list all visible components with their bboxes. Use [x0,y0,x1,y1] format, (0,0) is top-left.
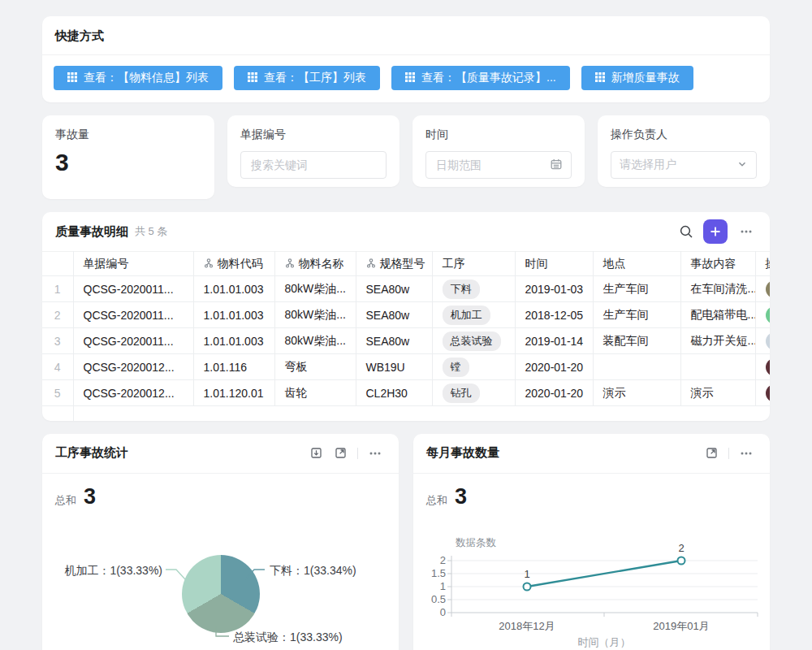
empty-cell [680,406,755,421]
cell-date: 2019-01-14 [515,328,593,354]
shortcut-add-accident-button[interactable]: 新增质量事故 [581,66,693,90]
table-row[interactable]: 2QCSG-2020011...1.01.01.00380kW柴油...SEA8… [42,302,770,328]
cell-avatar [755,354,770,380]
doc-no-filter-card: 单据编号 [227,115,400,187]
cell-content: 磁力开关短... [680,328,755,354]
cell-doc: QCSG-2020011... [73,302,193,328]
accident-count-value: 3 [55,150,201,175]
empty-cell [193,406,274,421]
cell-spec: WB19U [356,354,432,380]
cell-place: 生产车间 [593,302,680,328]
shortcut-view-material-list-button[interactable]: 查看：【物料信息】列表 [54,66,222,90]
pie-label-blanking: 下料：1(33.34%) [270,564,356,578]
table-body: 1QCSG-2020011...1.01.01.00380kW柴油...SEA8… [42,276,770,421]
header-process[interactable]: 工序 [432,252,515,276]
header-content[interactable]: 事故内容 [680,252,755,276]
relation-icon [366,258,376,271]
expand-icon[interactable] [328,441,352,466]
table-scroll-area[interactable]: 单据编号 物料代码 物料名称 规格型号 工序 时间 地点 事故内容 操作负责人 … [42,251,770,421]
doc-no-filter-label: 单据编号 [240,128,387,142]
empty-cell [432,406,515,421]
y-tick: 1.5 [431,567,446,579]
operator-select[interactable]: 请选择用户 [611,151,757,179]
pie-total-label: 总和 [55,493,76,508]
cell-date: 2018-12-05 [515,302,593,328]
shortcut-label: 查看：【物料信息】列表 [84,71,209,85]
table-title: 质量事故明细 [55,224,128,240]
cell-name: 齿轮 [274,380,356,406]
cell-content [680,354,755,380]
header-spec-model[interactable]: 规格型号 [356,252,432,276]
cell-spec: SEA80w [356,328,432,354]
search-button[interactable] [674,219,698,244]
operator-filter-label: 操作负责人 [611,128,757,142]
header-doc-no[interactable]: 单据编号 [73,252,193,276]
date-range-input[interactable] [425,151,572,179]
empty-cell [42,406,73,421]
shortcut-view-process-list-button[interactable]: 查看：【工序】列表 [234,66,380,90]
shortcut-label: 新增质量事故 [611,71,680,85]
cell-avatar [755,328,770,354]
process-stats-card: 工序事故统计 总和 3 机加工：1(33.33%) 下料：1(33.3 [42,434,399,650]
accident-count-card: 事故量 3 [42,115,214,199]
accident-table: 单据编号 物料代码 物料名称 规格型号 工序 时间 地点 事故内容 操作负责人 … [42,251,770,421]
data-label: 1 [524,568,529,580]
y-tick: 1 [440,580,446,592]
header-material-code[interactable]: 物料代码 [193,252,274,276]
cell-name: 80kW柴油... [274,276,356,302]
add-record-button[interactable] [703,219,728,244]
data-label: 2 [678,542,684,554]
more-options-button[interactable] [734,219,758,244]
cell-date: 2020-01-20 [515,380,593,406]
download-icon[interactable] [304,441,328,466]
header-operator[interactable]: 操作负责人 [755,252,770,276]
header-row-number [42,252,73,276]
header-place[interactable]: 地点 [593,252,680,276]
avatar [766,332,771,350]
cell-date: 2019-01-03 [515,276,593,302]
keyword-input[interactable] [249,158,378,172]
y-axis-series-label: 数据条数 [456,537,497,548]
pie-chart-title: 工序事故统计 [55,445,128,461]
empty-cell [515,406,593,421]
cell-code: 1.01.01.003 [193,302,274,328]
data-point-dec2018[interactable] [524,583,531,590]
cell-date: 2020-01-20 [515,354,593,380]
cell-content: 配电箱带电... [680,302,755,328]
cell-num: 3 [42,328,73,354]
cell-avatar [755,302,770,328]
cell-content: 在车间清洗... [680,276,755,302]
x-axis-title: 时间（月） [578,636,631,648]
data-point-jan2019[interactable] [678,557,685,564]
cell-code: 1.01.116 [193,354,274,380]
more-options-button[interactable] [363,441,387,466]
date-range-field[interactable] [434,158,550,172]
table-row[interactable]: 1QCSG-2020011...1.01.01.00380kW柴油...SEA8… [42,276,770,302]
header-time[interactable]: 时间 [515,252,593,276]
shortcut-view-accident-records-button[interactable]: 查看：【质量事故记录】... [391,66,570,90]
shortcuts-title: 快捷方式 [42,16,770,55]
table-record-count: 共 5 条 [135,224,167,239]
cell-num: 4 [42,354,73,380]
table-row[interactable]: 3QCSG-2020011...1.01.01.00380kW柴油...SEA8… [42,328,770,354]
shortcut-label: 查看：【质量事故记录】... [421,71,556,85]
cell-code: 1.01.120.01 [193,380,274,406]
pie-total-value: 3 [84,486,96,508]
avatar [766,280,771,298]
cell-spec: SEA80w [356,302,432,328]
table-row[interactable]: 4QCSG-2020012...1.01.116弯板WB19U镗2020-01-… [42,354,770,380]
doc-no-search-input[interactable] [240,151,387,179]
process-tag: 钻孔 [443,384,480,403]
table-row[interactable]: 5QCSG-2020012...1.01.120.01齿轮CL2H30钻孔202… [42,380,770,406]
relation-icon [204,258,214,271]
cell-code: 1.01.01.003 [193,276,274,302]
table-header-row: 单据编号 物料代码 物料名称 规格型号 工序 时间 地点 事故内容 操作负责人 [42,252,770,276]
cell-name: 80kW柴油... [274,302,356,328]
cell-place: 装配车间 [593,328,680,354]
cell-content: 演示 [680,380,755,406]
header-material-name[interactable]: 物料名称 [274,252,356,276]
chevron-down-icon [736,158,748,172]
calendar-icon [550,158,563,173]
cell-place: 演示 [593,380,680,406]
x-tick: 2019年01月 [653,620,709,632]
